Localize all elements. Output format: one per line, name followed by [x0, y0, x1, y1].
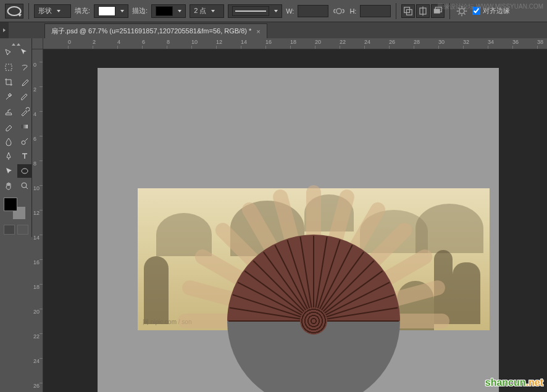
stroke-style-dropdown[interactable]: [228, 4, 282, 18]
ruler-origin[interactable]: [32, 38, 43, 49]
watermark-logo: shancun.net: [485, 377, 543, 388]
stroke-label: 描边:: [132, 6, 148, 15]
divider: [396, 3, 396, 19]
watermark-suffix: .net: [526, 377, 543, 388]
ruler-vertical[interactable]: 02468101214161820222426: [32, 49, 43, 392]
gradient-tool[interactable]: [17, 120, 32, 133]
zoom-tool[interactable]: [17, 179, 32, 193]
svg-point-12: [22, 183, 27, 188]
eyedropper-tool[interactable]: [17, 75, 32, 89]
stroke-swatch-dropdown[interactable]: [151, 4, 186, 18]
svg-point-0: [8, 7, 21, 15]
lasso-tool[interactable]: [17, 60, 32, 74]
fill-swatch: [98, 6, 115, 16]
document-tab[interactable]: 扇子.psd @ 67.7% (u=2511691857,1207205581&…: [44, 23, 267, 38]
dodge-tool[interactable]: [17, 135, 32, 148]
ruler-horizontal[interactable]: 02468101214161820222426283032343638: [43, 38, 547, 49]
shape-mode-label: 形状: [38, 6, 52, 15]
watermark-top: 思缘设计论坛 WWW.MISSYUAN.COM: [437, 2, 543, 11]
stroke-width-value: 2 点: [194, 6, 206, 15]
toolbox: [0, 38, 32, 237]
document-tab-bar: 扇子.psd @ 67.7% (u=2511691857,1207205581&…: [0, 22, 547, 38]
shape-mode-dropdown[interactable]: 形状: [34, 4, 71, 18]
canvas-area[interactable]: 网 nipic.com / son: [43, 49, 547, 392]
divider: [28, 3, 29, 19]
eraser-tool[interactable]: [1, 120, 16, 133]
shape-tool[interactable]: [17, 164, 32, 178]
painting-watermark: 网 nipic.com / son: [143, 318, 191, 327]
path-combine-button[interactable]: [401, 4, 415, 18]
move-tool[interactable]: [1, 46, 16, 59]
hand-tool[interactable]: [1, 179, 16, 193]
color-swatches[interactable]: [4, 198, 26, 220]
type-tool[interactable]: [17, 149, 32, 163]
fill-swatch-dropdown[interactable]: [94, 4, 128, 18]
ellipse-icon: [6, 2, 23, 20]
tool-preset-picker[interactable]: [5, 4, 23, 19]
screenmode-button[interactable]: [17, 225, 28, 235]
document-tab-title: 扇子.psd @ 67.7% (u=2511691857,1207205581&…: [51, 27, 251, 36]
align-icon: [417, 5, 429, 17]
fill-label: 填充:: [75, 6, 90, 15]
stroke-width-dropdown[interactable]: 2 点: [190, 4, 224, 18]
combine-icon: [402, 5, 414, 17]
path-align-button[interactable]: [416, 4, 430, 18]
tab-close-button[interactable]: ×: [256, 28, 260, 35]
artboard: 网 nipic.com / son: [98, 68, 499, 392]
quickmask-button[interactable]: [4, 225, 15, 235]
svg-rect-9: [22, 125, 28, 128]
brush-tool[interactable]: [17, 90, 32, 104]
painting-image: 网 nipic.com / son: [138, 188, 490, 330]
clone-stamp-tool[interactable]: [1, 105, 16, 119]
width-input[interactable]: [298, 5, 328, 17]
tab-expand-button[interactable]: [0, 22, 9, 38]
watermark-brand: shancun: [485, 377, 526, 388]
crop-tool[interactable]: [1, 75, 16, 89]
options-bar: 形状 填充: 描边: 2 点 W: H: 对齐边缘 思缘设计论坛 WWW.MIS…: [0, 0, 547, 22]
svg-rect-8: [6, 64, 12, 70]
width-label: W:: [286, 7, 294, 15]
svg-point-10: [22, 141, 25, 144]
stroke-swatch: [156, 6, 173, 16]
path-select-tool[interactable]: [1, 164, 16, 178]
svg-point-11: [22, 169, 28, 173]
artboard-tool[interactable]: [17, 46, 32, 59]
toolbox-collapse[interactable]: [1, 41, 30, 46]
link-wh-icon[interactable]: [332, 4, 346, 18]
workspace: 02468101214161820222426283032343638 0246…: [32, 38, 547, 392]
history-brush-tool[interactable]: [17, 105, 32, 119]
magic-wand-tool[interactable]: [1, 90, 16, 104]
pen-tool[interactable]: [1, 149, 16, 163]
blur-tool[interactable]: [1, 135, 16, 148]
foreground-color-swatch[interactable]: [4, 198, 17, 211]
height-label: H:: [349, 7, 356, 15]
height-input[interactable]: [360, 5, 391, 17]
marquee-tool[interactable]: [1, 60, 16, 74]
